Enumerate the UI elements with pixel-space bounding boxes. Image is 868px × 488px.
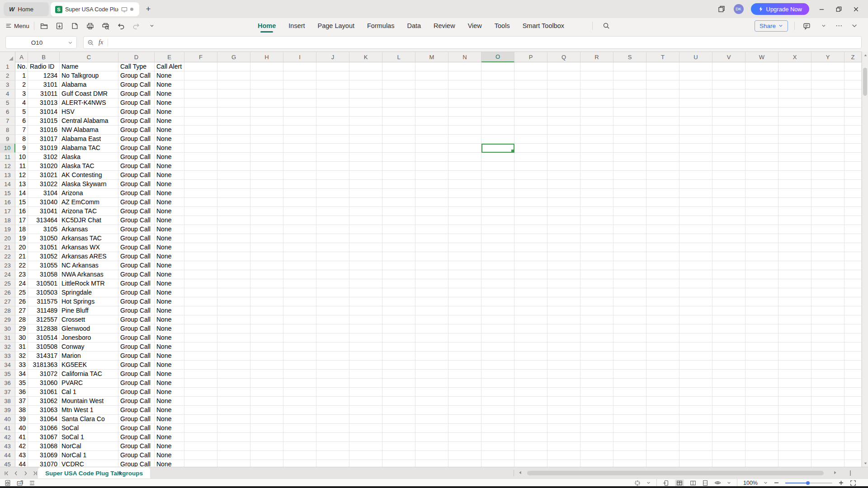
cell-H16[interactable]: [250, 198, 283, 207]
cell-F6[interactable]: [184, 108, 217, 117]
row-header-44[interactable]: 44: [0, 451, 15, 460]
cell-G42[interactable]: [217, 433, 250, 442]
cell-J20[interactable]: [316, 234, 349, 243]
cell-H42[interactable]: [250, 433, 283, 442]
cell-V3[interactable]: [712, 80, 745, 89]
cell-F12[interactable]: [184, 162, 217, 171]
cell-S1[interactable]: [613, 62, 646, 71]
cell-Y39[interactable]: [811, 406, 844, 415]
cell-G40[interactable]: [217, 415, 250, 424]
cell-J24[interactable]: [316, 270, 349, 279]
cell-T34[interactable]: [646, 361, 679, 370]
cell-T33[interactable]: [646, 352, 679, 361]
cell-L24[interactable]: [382, 270, 415, 279]
vertical-scrollbar[interactable]: [862, 52, 868, 467]
cell-I25[interactable]: [283, 279, 316, 288]
cell-C10[interactable]: Alabama TAC: [60, 144, 118, 153]
cell-F9[interactable]: [184, 135, 217, 144]
cell-K42[interactable]: [349, 433, 382, 442]
cell-U19[interactable]: [679, 225, 712, 234]
cell-P12[interactable]: [514, 162, 547, 171]
cell-F39[interactable]: [184, 406, 217, 415]
cell-R33[interactable]: [580, 352, 613, 361]
cell-Q23[interactable]: [547, 261, 580, 270]
cell-D27[interactable]: Group Call: [118, 297, 155, 306]
cell-M43[interactable]: [415, 442, 448, 451]
cell-Y10[interactable]: [811, 144, 844, 153]
cell-M29[interactable]: [415, 315, 448, 324]
cell-Z12[interactable]: [844, 162, 862, 171]
cell-N29[interactable]: [448, 315, 481, 324]
cell-L29[interactable]: [382, 315, 415, 324]
cell-K34[interactable]: [349, 361, 382, 370]
cell-X3[interactable]: [778, 80, 811, 89]
cell-Q45[interactable]: [547, 460, 580, 467]
cell-Q42[interactable]: [547, 433, 580, 442]
cell-P6[interactable]: [514, 108, 547, 117]
cell-C15[interactable]: Arizona: [60, 189, 118, 198]
cell-K35[interactable]: [349, 370, 382, 379]
cell-E2[interactable]: None: [155, 71, 184, 80]
cell-A35[interactable]: 34: [15, 370, 28, 379]
cell-N37[interactable]: [448, 388, 481, 397]
cell-L38[interactable]: [382, 397, 415, 406]
cell-S45[interactable]: [613, 460, 646, 467]
cell-R38[interactable]: [580, 397, 613, 406]
cell-Q19[interactable]: [547, 225, 580, 234]
cell-S7[interactable]: [613, 117, 646, 126]
cell-U8[interactable]: [679, 126, 712, 135]
cell-F44[interactable]: [184, 451, 217, 460]
cell-T11[interactable]: [646, 153, 679, 162]
cell-G7[interactable]: [217, 117, 250, 126]
cell-W32[interactable]: [745, 343, 778, 352]
cell-W25[interactable]: [745, 279, 778, 288]
cell-K15[interactable]: [349, 189, 382, 198]
cell-S43[interactable]: [613, 442, 646, 451]
cell-M33[interactable]: [415, 352, 448, 361]
cell-S35[interactable]: [613, 370, 646, 379]
cell-M4[interactable]: [415, 89, 448, 99]
cell-P42[interactable]: [514, 433, 547, 442]
cell-M11[interactable]: [415, 153, 448, 162]
cell-D18[interactable]: Group Call: [118, 216, 155, 225]
row-header-38[interactable]: 38: [0, 397, 15, 406]
cell-P28[interactable]: [514, 306, 547, 315]
cell-G43[interactable]: [217, 442, 250, 451]
cell-B2[interactable]: 1234: [28, 71, 60, 80]
cell-I1[interactable]: [283, 62, 316, 71]
cell-Y20[interactable]: [811, 234, 844, 243]
cell-T22[interactable]: [646, 252, 679, 261]
row-header-43[interactable]: 43: [0, 442, 15, 451]
cell-E39[interactable]: None: [155, 406, 184, 415]
cell-E22[interactable]: None: [155, 252, 184, 261]
cell-X16[interactable]: [778, 198, 811, 207]
cell-A10[interactable]: 9: [15, 144, 28, 153]
cell-I39[interactable]: [283, 406, 316, 415]
cell-H17[interactable]: [250, 207, 283, 216]
cell-U38[interactable]: [679, 397, 712, 406]
column-header-F[interactable]: F: [184, 52, 217, 62]
zoom-out-button[interactable]: [774, 480, 779, 486]
cell-C29[interactable]: Crossett: [60, 315, 118, 324]
cell-L8[interactable]: [382, 126, 415, 135]
cell-H15[interactable]: [250, 189, 283, 198]
cell-G14[interactable]: [217, 180, 250, 189]
cell-V30[interactable]: [712, 324, 745, 333]
cell-K40[interactable]: [349, 415, 382, 424]
cell-W16[interactable]: [745, 198, 778, 207]
cell-W24[interactable]: [745, 270, 778, 279]
cell-C5[interactable]: ALERT-K4NWS: [60, 99, 118, 108]
cell-O12[interactable]: [481, 162, 514, 171]
row-header-14[interactable]: 14: [0, 180, 15, 189]
cell-I40[interactable]: [283, 415, 316, 424]
cell-E40[interactable]: None: [155, 415, 184, 424]
scroll-up-arrow-icon[interactable]: [862, 52, 868, 58]
cell-W21[interactable]: [745, 243, 778, 252]
cell-Q5[interactable]: [547, 99, 580, 108]
cell-E33[interactable]: None: [155, 352, 184, 361]
cell-K45[interactable]: [349, 460, 382, 467]
cell-E35[interactable]: None: [155, 370, 184, 379]
cell-X8[interactable]: [778, 126, 811, 135]
row-header-1[interactable]: 1: [0, 62, 15, 71]
cell-G37[interactable]: [217, 388, 250, 397]
